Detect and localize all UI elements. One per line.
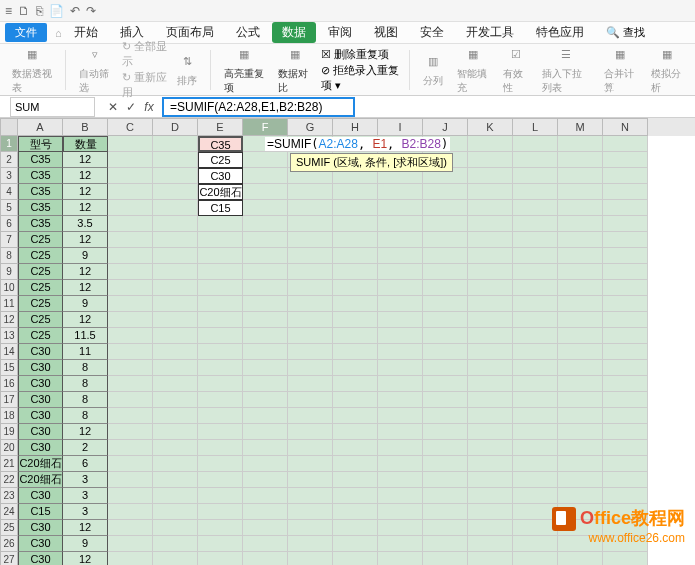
cell[interactable] (198, 552, 243, 565)
cell[interactable] (558, 264, 603, 280)
cell[interactable] (288, 280, 333, 296)
cell[interactable] (153, 424, 198, 440)
cell[interactable]: C30 (18, 552, 63, 565)
cell[interactable] (153, 136, 198, 152)
cell[interactable] (288, 424, 333, 440)
cell[interactable] (108, 392, 153, 408)
cell[interactable] (558, 360, 603, 376)
col-header-i[interactable]: I (378, 118, 423, 136)
cell[interactable] (108, 248, 153, 264)
cell[interactable] (243, 184, 288, 200)
cell[interactable] (153, 408, 198, 424)
cell[interactable]: 3.5 (63, 216, 108, 232)
cell[interactable] (108, 328, 153, 344)
cell[interactable] (603, 344, 648, 360)
row-header[interactable]: 25 (0, 520, 18, 536)
cell[interactable] (108, 168, 153, 184)
cell[interactable] (198, 392, 243, 408)
cell[interactable] (468, 536, 513, 552)
cell[interactable]: C35 (18, 216, 63, 232)
cell[interactable] (288, 296, 333, 312)
cell[interactable] (378, 360, 423, 376)
cell[interactable] (603, 360, 648, 376)
cell[interactable] (378, 216, 423, 232)
cell[interactable]: C35 (18, 168, 63, 184)
cell[interactable] (468, 136, 513, 152)
cell[interactable]: C30 (18, 392, 63, 408)
cell[interactable] (468, 200, 513, 216)
cell[interactable] (513, 392, 558, 408)
cell[interactable] (378, 296, 423, 312)
cell[interactable] (153, 504, 198, 520)
cell[interactable] (243, 408, 288, 424)
row-header[interactable]: 21 (0, 456, 18, 472)
cell[interactable] (603, 488, 648, 504)
cell[interactable]: C20细石 (18, 472, 63, 488)
cell[interactable] (423, 424, 468, 440)
cell[interactable]: C30 (18, 344, 63, 360)
cell[interactable] (513, 200, 558, 216)
cell[interactable] (333, 488, 378, 504)
col-header-m[interactable]: M (558, 118, 603, 136)
cell[interactable] (558, 328, 603, 344)
cell[interactable] (333, 232, 378, 248)
row-header[interactable]: 6 (0, 216, 18, 232)
cell[interactable] (108, 440, 153, 456)
cell[interactable] (558, 440, 603, 456)
cell[interactable] (243, 248, 288, 264)
cell[interactable] (198, 456, 243, 472)
cell[interactable] (423, 408, 468, 424)
cell[interactable] (288, 392, 333, 408)
cell[interactable] (468, 280, 513, 296)
cell[interactable] (333, 280, 378, 296)
row-header[interactable]: 18 (0, 408, 18, 424)
menu-special[interactable]: 特色应用 (526, 22, 594, 43)
cell[interactable] (243, 328, 288, 344)
cell[interactable] (153, 264, 198, 280)
cell[interactable] (423, 296, 468, 312)
cell[interactable] (333, 296, 378, 312)
cell[interactable] (198, 376, 243, 392)
cell[interactable] (333, 536, 378, 552)
cell[interactable]: C35 (198, 136, 243, 152)
cell[interactable] (468, 552, 513, 565)
row-header[interactable]: 2 (0, 152, 18, 168)
cell[interactable] (378, 248, 423, 264)
cell[interactable] (108, 264, 153, 280)
cell[interactable] (153, 216, 198, 232)
cell[interactable] (423, 312, 468, 328)
cell[interactable] (513, 216, 558, 232)
cell[interactable] (288, 376, 333, 392)
cell[interactable] (333, 504, 378, 520)
cell[interactable] (198, 520, 243, 536)
cell[interactable]: 12 (63, 152, 108, 168)
cell[interactable] (198, 424, 243, 440)
cell[interactable] (243, 456, 288, 472)
cell[interactable]: 3 (63, 488, 108, 504)
smartfill-button[interactable]: ▦智能填充 (453, 45, 493, 95)
cell[interactable] (243, 152, 288, 168)
cell[interactable] (558, 408, 603, 424)
cell[interactable] (288, 408, 333, 424)
row-header[interactable]: 22 (0, 472, 18, 488)
cell[interactable] (333, 472, 378, 488)
cell[interactable] (513, 488, 558, 504)
cell[interactable] (378, 312, 423, 328)
cell[interactable]: C25 (18, 232, 63, 248)
menu-formula[interactable]: 公式 (226, 22, 270, 43)
cell[interactable] (603, 472, 648, 488)
consolidate-button[interactable]: ▦合并计算 (600, 45, 640, 95)
cell[interactable]: 12 (63, 280, 108, 296)
cell[interactable] (423, 328, 468, 344)
cell[interactable] (513, 184, 558, 200)
cell[interactable] (603, 232, 648, 248)
cell[interactable] (153, 328, 198, 344)
cell[interactable] (198, 472, 243, 488)
cell[interactable] (153, 552, 198, 565)
cell[interactable] (153, 440, 198, 456)
cell[interactable] (288, 520, 333, 536)
row-header[interactable]: 13 (0, 328, 18, 344)
row-header[interactable]: 11 (0, 296, 18, 312)
cell[interactable] (198, 360, 243, 376)
row-header[interactable]: 20 (0, 440, 18, 456)
